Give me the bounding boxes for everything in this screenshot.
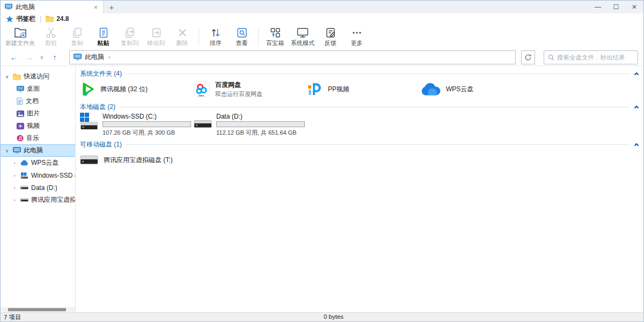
music-icon: [17, 135, 24, 142]
tab-title: 此电脑: [16, 3, 89, 12]
history-dropdown-icon[interactable]: ∨: [38, 52, 46, 63]
sidebar-item-wps-cloud[interactable]: › WPS云盘: [1, 157, 75, 169]
collapse-caret-icon[interactable]: [634, 105, 639, 109]
pp-video-icon: [308, 82, 323, 97]
feedback-button[interactable]: 反馈: [317, 25, 343, 48]
section-header-removable-disks: 可移动磁盘 (1): [80, 140, 640, 149]
sidebar-item-this-pc[interactable]: ∨ 此电脑: [1, 144, 75, 157]
chevron-right-icon[interactable]: ›: [11, 185, 18, 191]
selection-size: 0 bytes: [324, 313, 343, 320]
sidebar-item-desktop[interactable]: 桌面: [1, 83, 75, 95]
collapse-caret-icon[interactable]: [634, 72, 639, 76]
up-button[interactable]: ↑: [49, 52, 61, 63]
document-icon: [17, 98, 23, 105]
baidu-netdisk-icon: [194, 81, 210, 97]
tencent-video-icon: [80, 82, 95, 97]
section-header-local-disks: 本地磁盘 (2): [80, 102, 640, 112]
collapse-caret-icon[interactable]: [634, 143, 639, 147]
sidebar: ∨ 快速访问 桌面 文档 图片 视频 音乐: [1, 66, 76, 312]
refresh-button[interactable]: [521, 50, 535, 64]
file-item-wps-cloud[interactable]: WPS云盘: [421, 83, 535, 96]
disk-usage-bar: [103, 121, 191, 127]
bookmark-folder-icon[interactable]: [46, 16, 54, 22]
search-input[interactable]: [557, 54, 634, 61]
feedback-icon: [325, 27, 336, 39]
file-item-baidu-netdisk[interactable]: 百度网盘 双击运行百度网盘: [194, 80, 308, 98]
move-to-icon: [150, 27, 162, 39]
bookmark-star-icon[interactable]: [6, 16, 13, 23]
move-to-button[interactable]: 移动到: [143, 25, 169, 48]
address-row: ← → ∨ ↑ 此电脑 ›: [1, 49, 643, 66]
sidebar-item-quick-access[interactable]: ∨ 快速访问: [1, 70, 75, 83]
back-button[interactable]: ←: [8, 52, 20, 63]
scrollbar-thumb[interactable]: [8, 308, 66, 311]
window-controls: — ☐ ✕: [589, 1, 643, 13]
sidebar-item-drive-d[interactable]: › Data (D:): [1, 181, 75, 194]
delete-icon: [177, 27, 188, 39]
disk-usage-bar: [216, 121, 305, 127]
file-item-tencent-video[interactable]: 腾讯视频 (32 位): [80, 82, 194, 97]
paste-button[interactable]: 粘贴: [90, 25, 116, 48]
windows-drive-icon: [80, 113, 98, 130]
breadcrumb[interactable]: 此电脑: [85, 53, 104, 62]
address-bar[interactable]: 此电脑 ›: [69, 50, 516, 64]
video-icon: [17, 123, 24, 129]
sidebar-item-drive-c[interactable]: › Windows-SSD (C:): [1, 169, 75, 181]
search-box[interactable]: [544, 50, 638, 64]
tab-this-pc[interactable]: 此电脑 ×: [1, 1, 104, 13]
sidebar-item-videos[interactable]: 视频: [1, 120, 75, 132]
system-mode-button[interactable]: 系统模式: [288, 25, 317, 48]
tab-close-icon[interactable]: ×: [92, 3, 99, 11]
sidebar-item-drive-t[interactable]: › 腾讯应用宝虚拟磁盘 (T:): [1, 194, 75, 206]
new-folder-icon: [14, 27, 27, 39]
file-item-drive-d[interactable]: Data (D:) 112.12 GB 可用, 共 651.64 GB: [194, 113, 308, 137]
chevron-right-icon[interactable]: ›: [11, 173, 18, 178]
sidebar-item-documents[interactable]: 文档: [1, 95, 75, 107]
sidebar-item-music[interactable]: 音乐: [1, 132, 75, 144]
chevron-right-icon[interactable]: ›: [11, 197, 18, 203]
drive-icon: [80, 156, 98, 164]
file-item-pp-video[interactable]: PP视频: [308, 82, 421, 97]
search-icon: [548, 54, 554, 61]
drive-icon: [194, 113, 212, 128]
minimize-button[interactable]: —: [589, 1, 607, 13]
toolbox-button[interactable]: 百宝箱: [262, 25, 288, 48]
toolbox-icon: [269, 27, 281, 39]
view-button[interactable]: 查看: [229, 25, 255, 48]
copy-to-button[interactable]: 复制到: [116, 25, 143, 48]
cut-button[interactable]: 剪切: [38, 25, 64, 48]
system-mode-icon: [296, 27, 309, 39]
close-button[interactable]: ✕: [625, 1, 643, 13]
forward-button[interactable]: →: [23, 52, 35, 63]
new-folder-button[interactable]: 新建文件夹: [3, 25, 38, 48]
picture-icon: [17, 111, 24, 117]
tab-bar: 此电脑 × + — ☐ ✕: [1, 1, 643, 13]
delete-button[interactable]: 删除: [169, 25, 195, 48]
cloud-icon: [20, 160, 28, 166]
more-button[interactable]: 更多: [343, 25, 370, 48]
paste-icon: [98, 27, 109, 39]
cut-icon: [45, 27, 57, 39]
bookmark-folder-label[interactable]: 24.8: [56, 15, 69, 23]
maximize-button[interactable]: ☐: [607, 1, 625, 13]
bookmark-divider: |: [38, 15, 43, 23]
file-list: 系统文件夹 (4) 腾讯视频 (32 位) 百度网盘: [76, 66, 643, 312]
sort-icon: [210, 27, 222, 39]
copy-button[interactable]: 复制: [64, 25, 90, 48]
sidebar-horizontal-scrollbar[interactable]: [1, 307, 75, 312]
file-item-drive-c[interactable]: Windows-SSD (C:) 107.26 GB 可用, 共 300 GB: [80, 113, 194, 137]
file-manager-window: 此电脑 × + — ☐ ✕ 书签栏 | 24.8 新建文件夹 剪切: [0, 0, 644, 322]
monitor-icon: [13, 147, 21, 154]
windows-drive-icon: [20, 172, 28, 179]
chevron-right-icon[interactable]: ›: [11, 160, 18, 166]
chevron-down-icon[interactable]: ∨: [4, 148, 10, 153]
new-tab-button[interactable]: +: [104, 1, 120, 13]
breadcrumb-chevron-icon[interactable]: ›: [107, 54, 110, 60]
file-item-drive-t[interactable]: 腾讯应用宝虚拟磁盘 (T:): [80, 156, 194, 165]
chevron-down-icon[interactable]: ∨: [4, 74, 10, 79]
bookmark-bar-label[interactable]: 书签栏: [16, 14, 35, 24]
bookmark-bar: 书签栏 | 24.8: [1, 13, 643, 24]
sidebar-item-pictures[interactable]: 图片: [1, 107, 75, 120]
items-count: 7 项目: [4, 313, 21, 321]
sort-button[interactable]: 排序: [202, 25, 229, 48]
